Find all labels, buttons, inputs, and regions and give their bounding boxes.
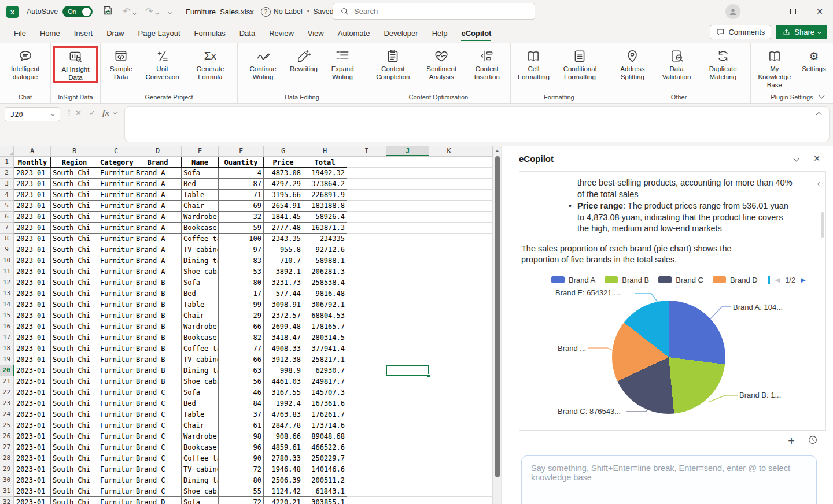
cell[interactable]: 2023-01 xyxy=(14,354,51,365)
cell[interactable] xyxy=(469,255,493,266)
column-header-J[interactable]: J xyxy=(386,146,429,157)
cell[interactable]: South Chi xyxy=(51,288,98,299)
cell[interactable] xyxy=(347,299,386,310)
cell[interactable]: Furniture xyxy=(98,234,134,244)
cell[interactable]: South Chi xyxy=(51,190,98,201)
cell[interactable]: Bed xyxy=(182,179,219,190)
cell[interactable]: 2023-01 xyxy=(14,376,51,387)
cell[interactable]: Brand B xyxy=(134,376,182,387)
cell[interactable]: 2023-01 xyxy=(14,277,51,288)
panel-expand-left-button[interactable] xyxy=(813,172,825,197)
undo-icon[interactable]: ↶ xyxy=(123,6,136,17)
cell[interactable]: Sofa xyxy=(182,387,219,398)
cell[interactable]: 4 xyxy=(219,168,264,179)
legend-next-page-icon[interactable]: ▶ xyxy=(801,276,805,284)
legend-prev-page-icon[interactable]: ◀ xyxy=(775,276,780,284)
cell[interactable]: South Chi xyxy=(51,310,98,321)
cell[interactable] xyxy=(347,332,386,343)
select-all-corner[interactable]: ◢ xyxy=(0,146,14,157)
cell[interactable]: 3167.55 xyxy=(264,387,303,398)
fx-dropdown-icon[interactable] xyxy=(113,109,116,115)
cell[interactable]: 83 xyxy=(219,255,264,266)
cell[interactable]: 62930.7 xyxy=(303,365,347,376)
cell[interactable] xyxy=(469,332,493,343)
cell[interactable] xyxy=(469,168,493,179)
cell[interactable]: Furniture xyxy=(98,168,134,179)
cell[interactable]: 29 xyxy=(219,310,264,321)
cell[interactable]: South Chi xyxy=(51,354,98,365)
cell[interactable]: Brand B xyxy=(134,365,182,376)
cell[interactable]: Brand B xyxy=(134,332,182,343)
row-header-16[interactable]: 16 xyxy=(0,321,14,332)
panel-collapse-icon[interactable] xyxy=(794,155,799,161)
cell[interactable]: Furniture xyxy=(98,321,134,332)
cell[interactable] xyxy=(347,321,386,332)
cell[interactable]: 17 xyxy=(219,288,264,299)
redo-icon[interactable]: ↷ xyxy=(145,6,159,17)
cell[interactable] xyxy=(347,453,386,464)
expand-writing-button[interactable]: Expand Writing xyxy=(322,46,364,82)
cell[interactable] xyxy=(469,420,493,431)
cell[interactable] xyxy=(469,475,493,486)
cell[interactable] xyxy=(469,277,493,288)
cell[interactable]: 2023-01 xyxy=(14,310,51,321)
cell[interactable]: Brand A xyxy=(134,234,182,244)
cell[interactable]: 2023-01 xyxy=(14,321,51,332)
cell[interactable]: South Chi xyxy=(51,387,98,398)
tab-help[interactable]: Help xyxy=(425,24,455,42)
tab-developer[interactable]: Developer xyxy=(377,24,425,42)
cell[interactable] xyxy=(429,255,469,266)
cell[interactable] xyxy=(386,387,429,398)
cell[interactable]: Furniture xyxy=(98,332,134,343)
settings-button[interactable]: ⚙ Settings xyxy=(797,46,831,74)
cell[interactable]: Brand A xyxy=(134,244,182,255)
cell[interactable] xyxy=(347,157,386,168)
cell[interactable] xyxy=(429,266,469,277)
cell[interactable]: South Chi xyxy=(51,464,98,475)
cell[interactable]: 206281.3 xyxy=(303,266,347,277)
cell[interactable] xyxy=(469,244,493,255)
data-validation-button[interactable]: Data Validation xyxy=(656,46,696,82)
cell[interactable] xyxy=(469,464,493,475)
cell[interactable]: Brand A xyxy=(134,168,182,179)
column-header-I[interactable]: I xyxy=(347,146,386,157)
cell[interactable]: 61 xyxy=(219,420,264,431)
cell[interactable]: Furniture xyxy=(98,310,134,321)
pie-chart-circle[interactable] xyxy=(612,301,725,414)
cell[interactable] xyxy=(386,157,429,168)
cell[interactable]: Quantity xyxy=(219,157,264,168)
cell[interactable] xyxy=(429,376,469,387)
cell[interactable] xyxy=(469,299,493,310)
cell[interactable]: Furniture xyxy=(98,398,134,409)
sample-data-button[interactable]: Sample Data xyxy=(103,46,139,82)
cell[interactable]: 2023-01 xyxy=(14,442,51,453)
cell[interactable]: South Chi xyxy=(51,376,98,387)
cell[interactable] xyxy=(347,365,386,376)
cell[interactable]: South Chi xyxy=(51,453,98,464)
cell[interactable]: 2847.78 xyxy=(264,420,303,431)
column-header-A[interactable]: A xyxy=(14,146,51,157)
column-header-F[interactable]: F xyxy=(219,146,264,157)
cell[interactable]: Table xyxy=(182,409,219,420)
tab-data[interactable]: Data xyxy=(233,24,262,42)
cell[interactable]: 1841.45 xyxy=(264,212,303,223)
cell[interactable]: Wardrobe xyxy=(182,212,219,223)
cell[interactable] xyxy=(347,354,386,365)
cell[interactable]: Furniture xyxy=(98,475,134,486)
cell[interactable]: 2023-01 xyxy=(14,420,51,431)
cell[interactable]: 3231.73 xyxy=(264,277,303,288)
row-header-30[interactable]: 30 xyxy=(0,475,14,486)
cell[interactable] xyxy=(469,354,493,365)
cell[interactable] xyxy=(429,420,469,431)
cell[interactable] xyxy=(429,409,469,420)
column-header-E[interactable]: E xyxy=(182,146,219,157)
cell[interactable] xyxy=(469,398,493,409)
cell[interactable]: 258217.1 xyxy=(303,354,347,365)
unit-conversion-button[interactable]: Unit Conversion xyxy=(141,46,185,82)
cell[interactable]: 99 xyxy=(219,299,264,310)
cell[interactable]: 280314.5 xyxy=(303,332,347,343)
cell[interactable]: 87 xyxy=(219,179,264,190)
column-header-B[interactable]: B xyxy=(51,146,98,157)
cell[interactable]: Brand C xyxy=(134,442,182,453)
save-icon[interactable] xyxy=(102,5,113,18)
